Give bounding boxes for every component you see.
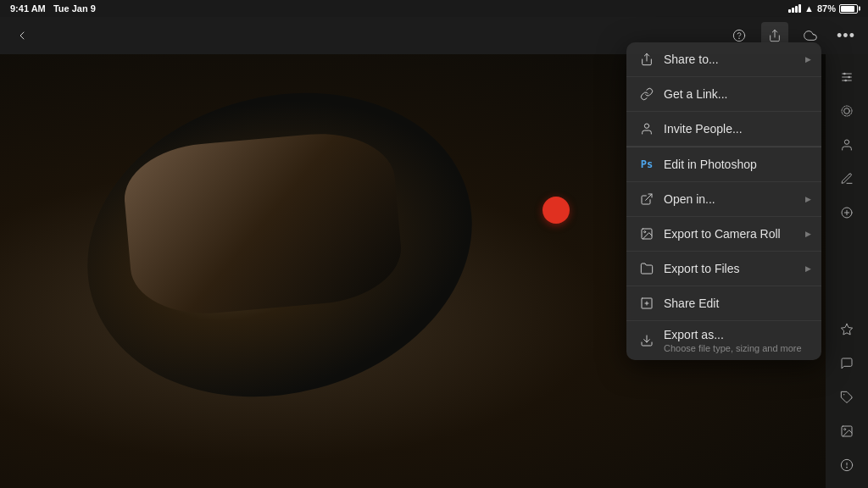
open-in-icon xyxy=(638,191,655,208)
menu-label-get-link: Get a Link... xyxy=(664,87,810,101)
signal-bars-icon xyxy=(788,4,801,13)
healing-icon[interactable] xyxy=(832,197,862,228)
svg-point-24 xyxy=(644,231,646,233)
battery-icon xyxy=(839,4,858,14)
svg-point-8 xyxy=(844,80,847,82)
menu-item-share-to[interactable]: Share to... xyxy=(626,42,821,77)
menu-label-open-in: Open in... xyxy=(664,192,810,206)
person-icon[interactable] xyxy=(832,130,862,160)
menu-item-export-files[interactable]: Export to Files xyxy=(626,252,821,286)
menu-item-get-link[interactable]: Get a Link... xyxy=(626,77,821,112)
menu-label-share-edit: Share Edit xyxy=(664,297,810,310)
status-indicators: ▲ 87% xyxy=(788,3,858,14)
status-bar: 9:41 AM Tue Jan 9 ▲ 87% xyxy=(0,0,868,17)
red-dot-indicator xyxy=(542,197,570,224)
info-icon[interactable] xyxy=(832,450,862,480)
svg-point-16 xyxy=(844,429,846,430)
menu-label-edit-photoshop: Edit in Photoshop xyxy=(664,158,810,171)
star-icon[interactable] xyxy=(832,314,862,345)
status-time-date: 9:41 AM Tue Jan 9 xyxy=(10,3,96,14)
status-time: 9:41 AM xyxy=(10,3,46,14)
svg-marker-13 xyxy=(841,324,852,335)
photoshop-icon: Ps xyxy=(638,156,655,173)
svg-point-21 xyxy=(644,124,648,128)
wifi-icon: ▲ xyxy=(804,3,814,14)
svg-point-10 xyxy=(842,106,852,116)
right-sidebar xyxy=(826,54,868,488)
menu-item-edit-photoshop[interactable]: Ps Edit in Photoshop xyxy=(626,147,821,182)
export-as-icon xyxy=(638,332,655,349)
link-icon xyxy=(638,86,655,103)
battery-percent: 87% xyxy=(817,3,836,14)
dropdown-menu: Share to... Get a Link... Invite People.… xyxy=(626,42,821,360)
menu-item-export-camera[interactable]: Export to Camera Roll xyxy=(626,217,821,252)
more-button[interactable]: ••• xyxy=(832,22,860,49)
invite-icon xyxy=(638,120,655,137)
tag-icon[interactable] xyxy=(832,382,862,413)
menu-label-share-to: Share to... xyxy=(664,53,810,66)
back-button[interactable] xyxy=(8,22,36,49)
svg-line-22 xyxy=(646,194,652,200)
status-date: Tue Jan 9 xyxy=(53,3,96,14)
menu-label-export-camera: Export to Camera Roll xyxy=(664,227,810,241)
toolbar-left xyxy=(8,22,36,49)
menu-label-invite-people: Invite People... xyxy=(664,122,810,136)
menu-label-export-files: Export to Files xyxy=(664,262,810,275)
menu-item-open-in[interactable]: Open in... xyxy=(626,182,821,217)
adjustments-icon[interactable] xyxy=(832,62,862,92)
radial-icon[interactable] xyxy=(832,96,862,126)
menu-item-invite-people[interactable]: Invite People... xyxy=(626,112,821,147)
svg-point-0 xyxy=(733,30,744,41)
svg-point-6 xyxy=(843,73,846,75)
export-files-icon xyxy=(638,260,655,277)
pencil-icon[interactable] xyxy=(832,164,862,194)
menu-item-share-edit[interactable]: Share Edit xyxy=(626,286,821,321)
svg-point-11 xyxy=(844,140,849,144)
comment-icon[interactable] xyxy=(832,348,862,379)
menu-label-export-as: Export as... xyxy=(664,328,810,341)
svg-point-9 xyxy=(844,108,850,114)
export-as-content: Export as... Choose file type, sizing an… xyxy=(664,328,810,353)
menu-sublabel-export-as: Choose file type, sizing and more xyxy=(664,343,810,353)
menu-item-export-as[interactable]: Export as... Choose file type, sizing an… xyxy=(626,321,821,360)
share-edit-icon xyxy=(638,295,655,312)
camera-roll-icon xyxy=(638,225,655,242)
photo-icon[interactable] xyxy=(832,416,862,446)
svg-point-7 xyxy=(848,76,850,79)
share-to-icon xyxy=(638,51,655,68)
